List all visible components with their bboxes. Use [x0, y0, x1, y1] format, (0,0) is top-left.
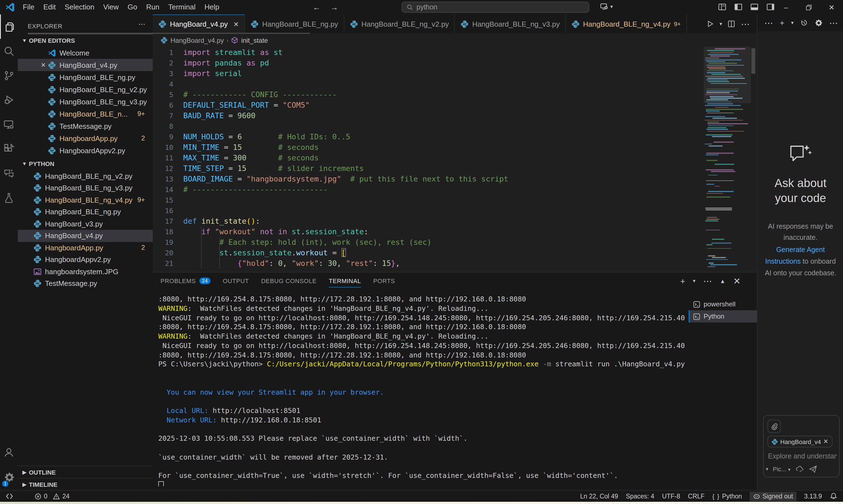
chevron-down-icon[interactable]: ▾ [719, 21, 722, 26]
minimap[interactable] [704, 47, 751, 272]
sidebar-item[interactable]: HangBoard_v3.py [18, 218, 153, 230]
code-editor[interactable]: 1import streamlit as st2import pandas as… [153, 47, 757, 272]
new-chat-icon[interactable]: + [780, 18, 785, 27]
new-terminal-icon[interactable]: + [680, 276, 685, 286]
code-line[interactable]: 1import streamlit as st [153, 47, 757, 58]
minimize-button[interactable]: – [775, 0, 797, 14]
code-line[interactable]: 6DEFAULT_SERIAL_PORT = "COM5" [153, 100, 757, 110]
menu-terminal[interactable]: Terminal [164, 0, 200, 14]
sidebar-item[interactable]: TestMessage.py [18, 120, 153, 132]
terminal-output[interactable]: :8080, http://169.254.8.175:8080, http:/… [158, 295, 689, 486]
chat-input-box[interactable]: HangBoard_v4 ✕ Explore and understand ▾ … [763, 415, 840, 478]
tab-HangBoard_v4.py[interactable]: HangBoard_v4.py✕ [153, 14, 245, 33]
sidebar-item[interactable]: HangBoard_v4.py [18, 230, 153, 242]
send-icon[interactable] [808, 465, 817, 473]
code-line[interactable]: 5# ------------ CONFIG ------------ [153, 89, 757, 100]
menu-file[interactable]: File [18, 0, 39, 14]
sidebar-item[interactable]: HangBoard_BLE_n...9+ [18, 108, 153, 120]
more-actions-icon[interactable]: ⋯ [703, 275, 712, 286]
sidebar-item[interactable]: HangBoard_BLE_ng_v3.py [18, 95, 153, 108]
code-line[interactable]: 20 st.session_state.workout = [ [153, 248, 757, 258]
sidebar-more-actions-icon[interactable]: ⋯ [138, 20, 146, 28]
sidebar-item[interactable]: TestMessage.py [18, 277, 153, 289]
chevron-down-icon[interactable]: ▾ [791, 20, 794, 25]
panel-tab-debug-console[interactable]: DEBUG CONSOLE [261, 272, 317, 289]
menu-view[interactable]: View [99, 0, 123, 14]
python-folder-header[interactable]: ▼ PYTHON [18, 158, 153, 170]
back-icon[interactable]: ← [313, 3, 320, 12]
context-chip[interactable]: HangBoard_v4 ✕ [768, 436, 832, 447]
sidebar-item[interactable]: HangboardApp.py2 [18, 132, 153, 144]
sidebar-item[interactable]: HangBoard_BLE_ng.py [18, 71, 153, 83]
status-python[interactable]: { }Python [713, 493, 742, 500]
copilot-menu[interactable]: ▾ [600, 2, 613, 11]
panel-tab-output[interactable]: OUTPUT [223, 272, 249, 289]
panel-tab-ports[interactable]: PORTS [373, 272, 395, 289]
run-python-file-icon[interactable] [706, 20, 714, 28]
sidebar-item[interactable]: HangBoard_BLE_ng.py [18, 206, 153, 218]
code-line[interactable]: 8 [153, 121, 757, 131]
code-line[interactable]: 9NUM_HOLDS = 6 # Hold IDs: 0..5 [153, 131, 757, 142]
chat-input-placeholder[interactable]: Explore and understand [768, 452, 837, 460]
tab-HangBoard_BLE_ng_v3.py[interactable]: HangBoard_BLE_ng_v3.py [455, 14, 566, 33]
problems-status[interactable]: 0 24 [34, 492, 69, 500]
split-editor-icon[interactable] [728, 20, 736, 28]
toggle-panel-icon[interactable] [750, 3, 759, 11]
customize-layout-icon[interactable] [718, 3, 726, 11]
timeline-section[interactable]: ▶ TIMELINE [18, 478, 153, 490]
remote-indicator-icon[interactable] [5, 492, 13, 500]
toggle-sidebar-right-icon[interactable] [766, 3, 775, 11]
sidebar-item[interactable]: HangBoard_BLE_ng_v3.py [18, 182, 153, 194]
code-line[interactable]: 21 {"hold": 0, "work": 30, "rest": 15}, [153, 258, 757, 269]
status-3-13-9[interactable]: 3.13.9 [804, 493, 822, 500]
testing-icon[interactable] [0, 185, 18, 210]
sidebar-item[interactable]: HangboardAppv2.py [18, 253, 153, 266]
forward-icon[interactable]: → [330, 3, 338, 12]
code-line[interactable]: 3import serial [153, 68, 757, 79]
code-line[interactable]: 10MIN_TIME = 15 # seconds [153, 142, 757, 152]
code-line[interactable]: 13BOARD_IMAGE = "hangboardsystem.jpg" # … [153, 174, 757, 184]
run-debug-icon[interactable] [0, 88, 18, 112]
panel-tab-terminal[interactable]: TERMINAL [329, 272, 361, 289]
close-button[interactable]: ✕ [820, 0, 843, 14]
code-line[interactable]: 16 [153, 205, 757, 216]
status-spaces-4[interactable]: Spaces: 4 [626, 493, 654, 500]
outline-section[interactable]: ▶ OUTLINE [18, 466, 153, 479]
remote-explorer-icon[interactable] [0, 112, 18, 137]
code-line[interactable]: 14# ------------------------------ [153, 184, 757, 195]
menu-selection[interactable]: Selection [60, 0, 99, 14]
code-line[interactable]: 12TIME_STEP = 15 # slider increments [153, 163, 757, 174]
tab-HangBoard_BLE_ng_v2.py[interactable]: HangBoard_BLE_ng_v2.py [344, 14, 455, 33]
open-editors-header[interactable]: ▼ OPEN EDITORS [18, 34, 153, 47]
sidebar-item[interactable]: Welcome [18, 47, 153, 59]
menu-help[interactable]: Help [200, 0, 224, 14]
sidebar-item[interactable]: HangboardApp.py2 [18, 241, 153, 254]
restore-button[interactable] [797, 0, 820, 14]
breadcrumb-file[interactable]: HangBoard_v4.py [171, 36, 224, 44]
account-icon[interactable] [0, 440, 18, 465]
sidebar-item[interactable]: HangBoard_BLE_ng_v4.py9+ [18, 194, 153, 206]
panel-tab-problems[interactable]: PROBLEMS24 [160, 272, 210, 289]
status-signed-out[interactable]: Signed out [750, 491, 796, 501]
source-control-icon[interactable] [0, 63, 18, 88]
terminal-instance-Python[interactable]: Python [689, 310, 757, 323]
code-line[interactable]: 18 if "workout" not in st.session_state: [153, 227, 757, 237]
code-line[interactable]: 19 # Each step: hold (int), work (sec), … [153, 237, 757, 248]
remove-context-icon[interactable]: ✕ [823, 438, 828, 445]
close-icon[interactable]: ✕ [39, 61, 48, 69]
code-line[interactable]: 4 [153, 79, 757, 89]
agent-picker-chevron-icon[interactable]: ▾ [766, 466, 768, 472]
more-actions-icon[interactable]: ⋯ [829, 17, 838, 28]
extensions-icon[interactable] [0, 137, 18, 161]
explorer-icon[interactable] [0, 14, 18, 39]
attach-context-button[interactable] [768, 420, 781, 433]
close-icon[interactable]: ✕ [233, 20, 239, 28]
code-line[interactable]: 2import pandas as pd [153, 58, 757, 68]
status-utf-8[interactable]: UTF-8 [662, 493, 680, 500]
status-crlf[interactable]: CRLF [688, 493, 705, 500]
model-picker[interactable]: Pic... ▾ [773, 466, 791, 472]
code-line[interactable]: 7BAUD_RATE = 9600 [153, 110, 757, 121]
sidebar-item[interactable]: ✕HangBoard_v4.py [18, 59, 153, 71]
tab-HangBoard_BLE_ng_v4.py[interactable]: HangBoard_BLE_ng_v4.py9+ [566, 14, 687, 33]
terminal-instance-powershell[interactable]: powershell [689, 298, 757, 310]
